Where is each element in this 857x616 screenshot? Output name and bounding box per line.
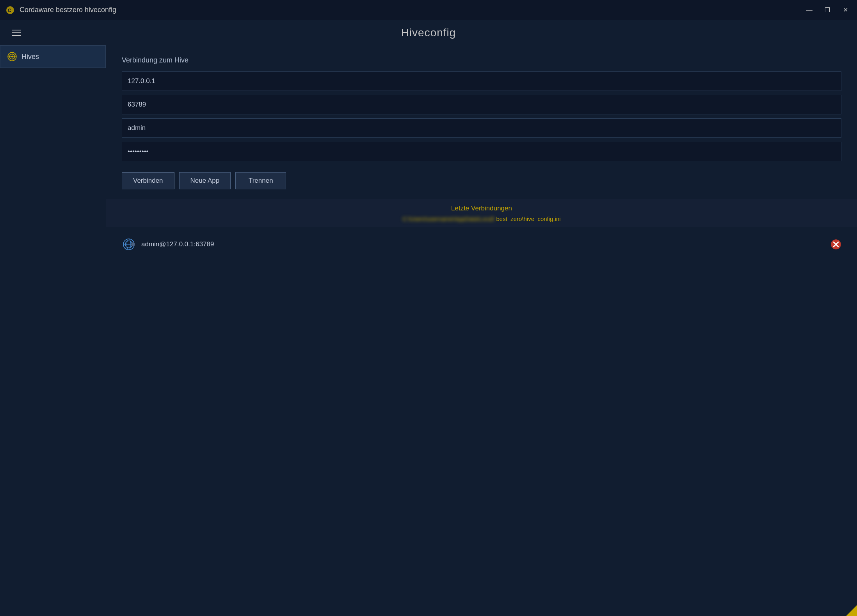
toolbar: Hiveconfig — [0, 20, 857, 45]
recent-connections-title: Letzte Verbindungen — [122, 205, 841, 212]
restore-button[interactable]: ❐ — [819, 2, 836, 18]
titlebar: C Cordaware bestzero hiveconfig — ❐ ✕ — [0, 0, 857, 20]
recent-connections-path: C:\Users\username\AppData\Local\ best_ze… — [122, 215, 841, 222]
close-button[interactable]: ✕ — [837, 2, 854, 18]
host-input[interactable] — [122, 71, 841, 91]
titlebar-title: Cordaware bestzero hiveconfig — [20, 6, 116, 14]
hamburger-line-3 — [12, 35, 21, 36]
table-row: admin@127.0.0.1:63789 — [106, 233, 857, 255]
password-input[interactable] — [122, 142, 841, 161]
hamburger-line-2 — [12, 32, 21, 33]
recent-path-blurred: C:\Users\username\AppData\Local\ — [402, 215, 494, 222]
connection-item-label: admin@127.0.0.1:63789 — [141, 240, 214, 248]
page-title: Hiveconfig — [401, 27, 456, 39]
svg-text:C: C — [8, 8, 11, 13]
main-layout: Hives Verbindung zum Hive Verbinden Neue… — [0, 45, 857, 616]
connection-section-title: Verbindung zum Hive — [122, 56, 841, 64]
disconnect-button[interactable]: Trennen — [235, 172, 286, 189]
connection-status-dot — [131, 242, 135, 246]
sidebar-hives-label: Hives — [21, 53, 39, 61]
content-area: Verbindung zum Hive Verbinden Neue App T… — [106, 45, 857, 616]
connection-section: Verbindung zum Hive Verbinden Neue App T… — [106, 45, 857, 199]
hamburger-menu-button[interactable] — [8, 24, 25, 41]
remove-connection-button[interactable] — [830, 239, 841, 250]
sidebar-item-hives[interactable]: Hives — [0, 45, 106, 68]
connect-button[interactable]: Verbinden — [122, 172, 174, 189]
sidebar: Hives — [0, 45, 106, 616]
form-buttons: Verbinden Neue App Trennen — [122, 172, 841, 189]
app-icon: C — [5, 5, 16, 16]
new-app-button[interactable]: Neue App — [179, 172, 231, 189]
connections-list: admin@127.0.0.1:63789 — [106, 227, 857, 262]
hamburger-line-1 — [12, 30, 21, 30]
window-controls: — ❐ ✕ — [801, 0, 854, 20]
recent-connections-section: Letzte Verbindungen C:\Users\username\Ap… — [106, 199, 857, 227]
username-input[interactable] — [122, 118, 841, 138]
recent-path-suffix: best_zero\hive_config.ini — [496, 215, 561, 222]
port-input[interactable] — [122, 95, 841, 114]
corner-indicator — [846, 605, 857, 616]
hives-icon — [7, 51, 18, 62]
minimize-button[interactable]: — — [801, 2, 818, 18]
